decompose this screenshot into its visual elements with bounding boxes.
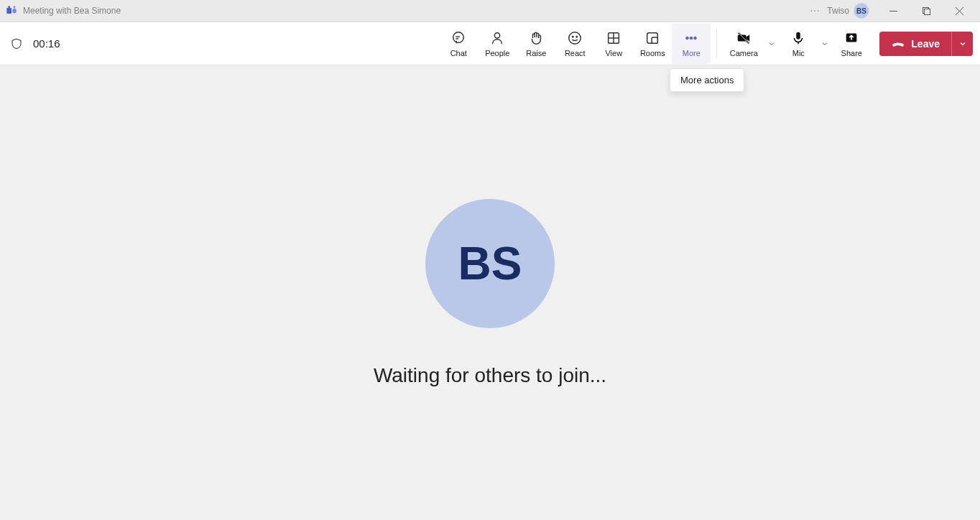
react-icon	[567, 30, 583, 46]
view-button[interactable]: View	[594, 24, 633, 64]
raise-button[interactable]: Raise	[517, 24, 555, 64]
mic-icon	[790, 30, 806, 46]
window-title: Meeting with Bea Simone	[23, 6, 121, 16]
leave-group: Leave	[879, 32, 973, 56]
share-icon	[843, 30, 859, 46]
react-button[interactable]: React	[555, 24, 594, 64]
titlebar: Meeting with Bea Simone ⋯ Twiso BS	[0, 0, 980, 22]
more-label: More	[683, 49, 701, 57]
svg-rect-0	[6, 8, 11, 14]
share-button[interactable]: Share	[832, 24, 871, 64]
meeting-toolbar: 00:16 Chat People Raise React	[0, 22, 980, 65]
chat-icon	[450, 30, 466, 46]
mic-dropdown[interactable]	[818, 24, 832, 64]
chat-button[interactable]: Chat	[439, 24, 478, 64]
rooms-button[interactable]: Rooms	[633, 24, 672, 64]
rooms-label: Rooms	[640, 49, 665, 57]
more-button[interactable]: More	[672, 24, 711, 64]
titlebar-ellipsis[interactable]: ⋯	[810, 5, 820, 17]
share-label: Share	[841, 49, 862, 57]
window-minimize[interactable]	[877, 0, 910, 22]
mic-button[interactable]: Mic	[779, 24, 818, 64]
more-icon	[683, 30, 699, 46]
shield-icon[interactable]	[10, 37, 23, 50]
mic-label: Mic	[792, 49, 805, 57]
toolbar-buttons: Chat People Raise React View	[439, 24, 973, 64]
participant-avatar: BS	[425, 199, 555, 328]
titlebar-left: Meeting with Bea Simone	[6, 5, 810, 17]
svg-point-14	[573, 36, 573, 37]
call-timer: 00:16	[33, 37, 60, 50]
separator	[716, 29, 717, 58]
leave-button[interactable]: Leave	[879, 32, 951, 56]
svg-point-23	[694, 37, 697, 40]
svg-point-15	[576, 36, 577, 37]
rooms-icon	[644, 30, 660, 46]
react-label: React	[565, 49, 586, 57]
camera-label: Camera	[730, 49, 758, 57]
user-avatar-small[interactable]: BS	[854, 3, 869, 19]
meeting-content: BS Waiting for others to join...	[0, 65, 980, 520]
raise-hand-icon	[528, 30, 544, 46]
organization-label: Twiso	[827, 6, 849, 16]
window-maximize[interactable]	[910, 0, 943, 22]
phone-down-icon	[891, 39, 905, 49]
svg-rect-1	[12, 9, 16, 14]
svg-point-9	[453, 32, 464, 42]
toolbar-left: 00:16	[10, 37, 60, 50]
window-close[interactable]	[943, 0, 976, 22]
view-label: View	[605, 49, 622, 57]
leave-label: Leave	[911, 38, 940, 50]
view-icon	[606, 30, 621, 46]
camera-dropdown[interactable]	[764, 24, 779, 64]
raise-label: Raise	[526, 49, 546, 57]
people-button[interactable]: People	[478, 24, 517, 64]
svg-point-2	[14, 6, 16, 8]
camera-off-icon	[735, 30, 752, 46]
svg-point-12	[495, 32, 500, 37]
chat-label: Chat	[450, 49, 467, 57]
camera-button[interactable]: Camera	[723, 24, 764, 64]
svg-rect-20	[652, 37, 657, 43]
svg-rect-6	[924, 9, 930, 14]
more-tooltip: More actions	[670, 68, 744, 92]
svg-point-13	[569, 32, 581, 44]
titlebar-right: ⋯ Twiso BS	[810, 0, 976, 22]
waiting-text: Waiting for others to join...	[374, 364, 606, 387]
svg-point-21	[686, 37, 689, 40]
svg-rect-27	[797, 32, 801, 39]
svg-point-3	[8, 6, 10, 8]
teams-icon	[6, 5, 17, 17]
people-icon	[489, 30, 505, 46]
svg-point-22	[690, 37, 693, 40]
people-label: People	[485, 49, 509, 57]
leave-dropdown[interactable]	[951, 32, 973, 56]
